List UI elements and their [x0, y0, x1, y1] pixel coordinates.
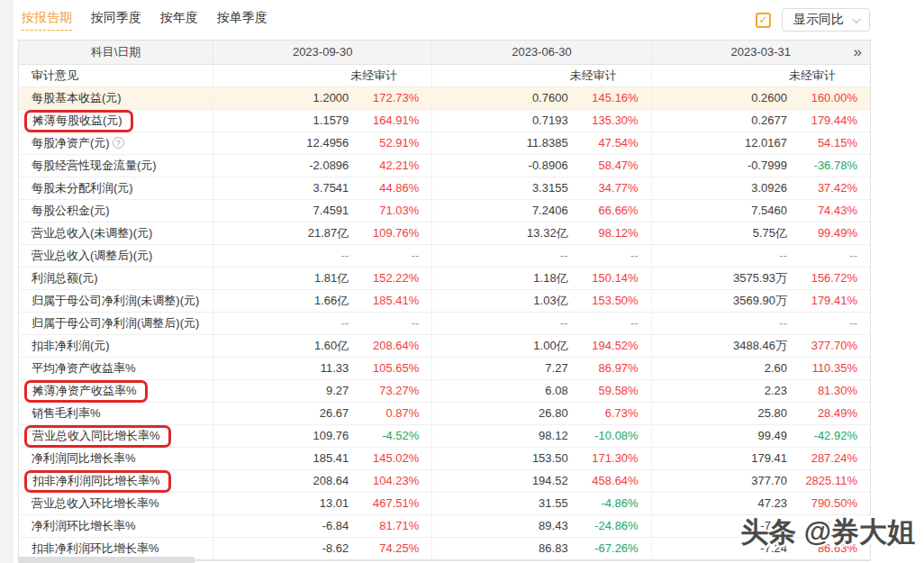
table-row: 每股基本收益(元)1.2000172.73%0.7600145.16%0.260…: [19, 87, 870, 110]
yoy-percent: -24.86%: [568, 515, 651, 537]
metric-value: 0.2600: [652, 87, 787, 109]
yoy-percent: --: [568, 245, 651, 267]
tab-period-1[interactable]: 按报告期: [22, 10, 72, 31]
yoy-percent: 2825.11%: [787, 470, 870, 492]
table-row: 营业总收入(调整后)(元)------------: [19, 245, 870, 268]
metric-value: --: [652, 313, 787, 334]
yoy-percent: -36.78%: [787, 155, 870, 177]
yoy-percent: 74.25%: [349, 538, 431, 559]
yoy-percent: 99.49%: [787, 222, 870, 244]
value-cell: 21.87亿109.76%: [213, 222, 431, 244]
help-icon[interactable]: ?: [113, 137, 124, 149]
value-cell: 0.2677179.44%: [651, 110, 870, 132]
value-cell: 3569.90万179.41%: [651, 290, 870, 312]
yoy-percent: 164.91%: [349, 110, 431, 132]
yoy-percent: 171.30%: [568, 448, 651, 469]
metric-value: 3569.90万: [652, 290, 787, 312]
yoy-percent: 44.86%: [349, 177, 431, 199]
metric-value: --: [652, 245, 787, 267]
value-cell: 11.33105.65%: [213, 358, 431, 379]
value-cell: 1.66亿185.41%: [213, 290, 431, 312]
yoy-percent: -4.52%: [349, 425, 431, 447]
row-label: 摊薄每股收益(元): [19, 110, 213, 132]
header-date-column: 2023-09-30: [213, 41, 431, 64]
metric-value: 7.2406: [432, 200, 567, 222]
metric-value: 179.41: [652, 448, 787, 469]
yoy-percent: 59.58%: [568, 380, 651, 402]
metric-value: --: [432, 313, 567, 334]
yoy-percent: -67.26%: [568, 538, 651, 559]
metric-value: 11.8385: [432, 132, 567, 154]
metric-value: 153.50: [432, 448, 567, 469]
yoy-percent: 179.41%: [787, 290, 870, 312]
yoy-percent: 160.00%: [787, 87, 870, 109]
tab-period-4[interactable]: 按单季度: [217, 10, 267, 31]
value-cell: 179.41287.24%: [651, 448, 870, 469]
metric-value: 6.08: [432, 380, 567, 402]
row-label-text: 净利润同比增长率%: [32, 451, 136, 465]
value-cell: 3575.93万156.72%: [651, 268, 870, 289]
value-cell: 86.83-67.26%: [431, 538, 650, 559]
metric-value: 47.23: [652, 493, 787, 514]
yoy-percent: 287.24%: [787, 448, 870, 469]
row-label-text: 营业总收入环比增长率%: [32, 496, 159, 510]
row-label: 归属于母公司净利润(未调整)(元): [19, 290, 213, 312]
yoy-percent: 86.97%: [568, 358, 651, 379]
period-tab-bar: 按报告期按同季度按年度按单季度: [22, 10, 267, 31]
yoy-percent: --: [568, 313, 651, 334]
yoy-percent: 790.50%: [787, 493, 870, 514]
metric-value: 0.7600: [432, 87, 567, 109]
metric-value: 185.41: [213, 448, 349, 469]
value-cell: 2.60110.35%: [651, 358, 870, 379]
chevron-down-icon: [852, 14, 861, 23]
header-date-column: 2023-03-31»: [651, 41, 870, 64]
metric-value: 12.4956: [213, 132, 349, 154]
row-label: 扣非净利润(元): [19, 335, 213, 357]
value-cell: 1.18亿150.14%: [431, 268, 650, 289]
yoy-percent: 54.15%: [787, 132, 870, 154]
tab-period-2[interactable]: 按同季度: [91, 10, 141, 31]
row-label: 净利润环比增长率%: [19, 515, 213, 537]
yoy-percent: 105.65%: [349, 358, 431, 379]
row-label: 审计意见: [19, 65, 213, 86]
value-cell: 3488.46万377.70%: [651, 335, 870, 357]
value-cell: -6.8481.71%: [213, 515, 431, 537]
metric-value: 1.03亿: [432, 290, 567, 312]
metric-value: 89.43: [432, 515, 567, 537]
value-cell: 1.60亿208.64%: [213, 335, 431, 357]
table-row-audit-opinion: 审计意见未经审计未经审计未经审计: [19, 65, 870, 87]
yoy-percent: 58.47%: [568, 155, 651, 177]
metric-value: -0.8906: [432, 155, 567, 177]
show-yoy-checkbox[interactable]: ✓: [756, 13, 771, 28]
table-row: 每股未分配利润(元)3.754144.86%3.315534.77%3.0926…: [19, 177, 870, 200]
tab-period-3[interactable]: 按年度: [160, 10, 198, 31]
row-label-text: 每股经营性现金流量(元): [32, 159, 157, 172]
yoy-percent: 42.21%: [349, 155, 431, 177]
metric-value: 2.60: [652, 358, 787, 379]
value-cell: 185.41145.02%: [213, 448, 431, 469]
row-label-text: 利润总额(元): [32, 271, 98, 285]
value-cell: 194.52458.64%: [431, 470, 650, 492]
metric-value: -6.84: [213, 515, 349, 537]
more-columns-icon[interactable]: »: [854, 41, 861, 64]
yoy-percent: 467.51%: [349, 493, 431, 514]
yoy-percent: --: [349, 245, 431, 267]
display-mode-dropdown[interactable]: 显示同比: [782, 8, 870, 32]
row-label: 归属于母公司净利润(调整后)(元): [19, 313, 213, 334]
metric-value: 3.7541: [213, 177, 349, 199]
value-cell: 1.1579164.91%: [213, 110, 431, 132]
yoy-percent: 6.73%: [568, 403, 651, 424]
value-cell: 208.64104.23%: [213, 470, 431, 492]
value-cell: 1.81亿152.22%: [213, 268, 431, 289]
yoy-percent: 34.77%: [568, 177, 651, 199]
metric-value: --: [213, 245, 349, 267]
header-date-column: 2023-06-30: [431, 41, 650, 64]
row-label-text: 营业总收入(未调整)(元): [32, 226, 152, 240]
yoy-percent: -4.86%: [568, 493, 651, 514]
value-cell: 12.016754.15%: [651, 132, 870, 154]
value-cell: -2.089642.21%: [213, 155, 431, 177]
metric-value: 9.27: [213, 380, 349, 402]
metric-value: 21.87亿: [213, 222, 349, 244]
metric-value: -8.62: [213, 538, 349, 559]
yoy-percent: 135.30%: [568, 110, 651, 132]
